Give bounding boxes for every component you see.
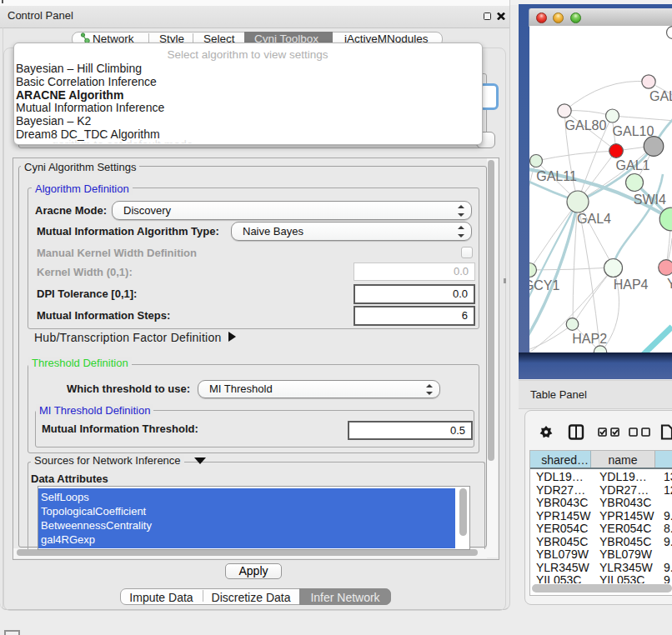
svg-text:GAL4: GAL4 <box>577 212 611 226</box>
svg-text:HAP4: HAP4 <box>614 278 649 292</box>
svg-text:HAP2: HAP2 <box>572 332 607 346</box>
svg-text:SWI4: SWI4 <box>634 192 666 207</box>
svg-text:GAL11: GAL11 <box>536 169 577 183</box>
svg-text:GAL80: GAL80 <box>565 118 607 132</box>
svg-text:Y: Y <box>667 277 672 291</box>
svg-text:GCY1: GCY1 <box>529 278 559 292</box>
svg-text:GAL10: GAL10 <box>613 124 654 138</box>
svg-text:GAL1: GAL1 <box>616 158 650 172</box>
svg-text:GAL: GAL <box>649 89 672 103</box>
